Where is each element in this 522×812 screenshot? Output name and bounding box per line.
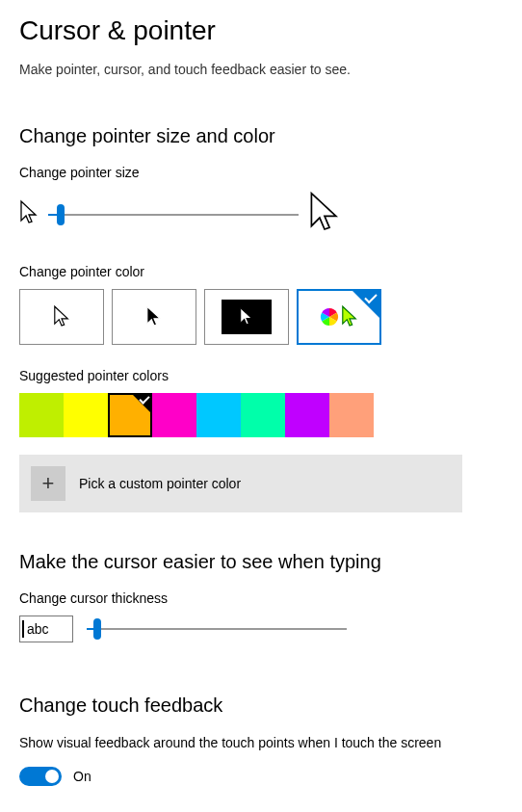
section-pointer-size-color: Change pointer size and color	[19, 125, 503, 147]
color-swatch-6[interactable]	[285, 393, 329, 437]
page-title: Cursor & pointer	[19, 15, 503, 46]
cursor-large-icon	[308, 190, 341, 239]
section-cursor-thickness: Make the cursor easier to see when typin…	[19, 551, 503, 573]
pointer-size-slider[interactable]	[48, 205, 299, 224]
checkmark-icon	[352, 291, 379, 318]
cursor-thickness-preview-text: abc	[27, 621, 49, 637]
cursor-small-icon	[19, 199, 39, 229]
suggested-colors-row	[19, 393, 503, 437]
cursor-thickness-row: abc	[19, 616, 503, 642]
color-swatch-5[interactable]	[241, 393, 285, 437]
touch-feedback-label: Show visual feedback around the touch po…	[19, 734, 503, 753]
custom-color-button[interactable]: + Pick a custom pointer color	[19, 455, 462, 512]
plus-icon: +	[31, 466, 65, 501]
pointer-color-inverted[interactable]	[204, 289, 289, 345]
pointer-color-black[interactable]	[112, 289, 196, 345]
cursor-thickness-label: Change cursor thickness	[19, 590, 503, 606]
touch-feedback-toggle-state: On	[73, 769, 91, 784]
pointer-color-label: Change pointer color	[19, 264, 503, 279]
custom-color-label: Pick a custom pointer color	[79, 476, 241, 491]
checkmark-icon	[131, 393, 152, 414]
color-swatch-1[interactable]	[64, 393, 108, 437]
section-touch-feedback: Change touch feedback	[19, 694, 503, 717]
color-swatch-2[interactable]	[108, 393, 152, 437]
cursor-thickness-slider[interactable]	[87, 619, 347, 639]
pointer-color-options	[19, 289, 503, 345]
touch-feedback-toggle[interactable]	[19, 767, 62, 786]
pointer-color-white[interactable]	[19, 289, 104, 345]
color-wheel-icon	[320, 307, 339, 327]
color-swatch-4[interactable]	[196, 393, 241, 437]
color-swatch-3[interactable]	[152, 393, 196, 437]
color-swatch-0[interactable]	[19, 393, 64, 437]
cursor-thickness-preview: abc	[19, 616, 73, 642]
pointer-color-custom[interactable]	[297, 289, 381, 345]
color-swatch-7[interactable]	[329, 393, 374, 437]
page-subtitle: Make pointer, cursor, and touch feedback…	[19, 62, 503, 77]
suggested-colors-label: Suggested pointer colors	[19, 368, 503, 383]
pointer-size-label: Change pointer size	[19, 165, 503, 180]
touch-feedback-toggle-row: On	[19, 767, 503, 786]
pointer-size-row	[19, 190, 503, 239]
